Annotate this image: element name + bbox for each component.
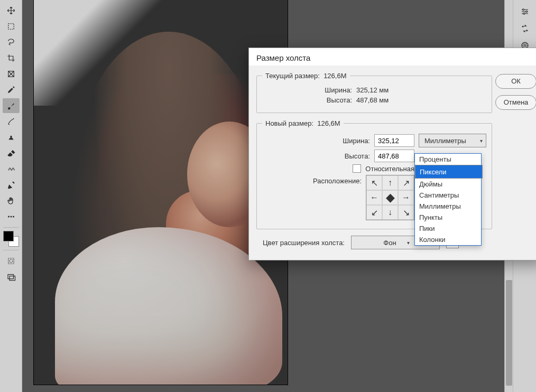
hand-tool[interactable] (3, 193, 20, 208)
unit-option-percent[interactable]: Проценты (415, 154, 481, 165)
anchor-grid[interactable]: ↖ ↑ ↗ ← ◆ → ↙ ↓ ↘ (366, 175, 414, 220)
svg-point-2 (8, 216, 10, 218)
foreground-color-swatch[interactable] (3, 231, 14, 241)
width-unit-select[interactable]: Миллиметры ▾ (419, 134, 486, 147)
svg-point-10 (525, 11, 527, 13)
move-tool[interactable] (3, 3, 20, 18)
extension-color-value: Фон (383, 239, 396, 247)
tools-panel (0, 0, 22, 392)
more-tools[interactable] (3, 209, 20, 224)
unit-option-picas[interactable]: Пики (415, 223, 481, 234)
svg-point-13 (524, 45, 525, 46)
clone-stamp-tool[interactable] (3, 130, 20, 145)
anchor-center[interactable]: ◆ (382, 190, 398, 205)
scrollbar-thumb[interactable] (506, 280, 512, 386)
unit-option-inches[interactable]: Дюймы (415, 179, 481, 190)
svg-point-9 (522, 9, 524, 11)
current-size-legend: Текущий размер: 126,6M (262, 72, 350, 80)
frame-tool[interactable] (3, 67, 20, 81)
anchor-se[interactable]: ↘ (398, 205, 414, 220)
anchor-ne[interactable]: ↗ (398, 175, 414, 190)
canvas-size-dialog: Размер холста Текущий размер: 126,6M Шир… (248, 48, 536, 260)
chevron-down-icon: ▾ (480, 138, 483, 144)
current-width-value: 325,12 мм (356, 86, 414, 94)
artboard-tool[interactable] (3, 19, 20, 34)
tool-separator (3, 227, 19, 228)
current-size-group: Текущий размер: 126,6M Ширина: 325,12 мм… (256, 72, 492, 113)
lasso-tool[interactable] (3, 35, 20, 50)
color-swatches[interactable] (3, 231, 19, 247)
eyedropper-tool[interactable] (3, 82, 20, 97)
svg-point-6 (10, 259, 13, 263)
anchor-nw[interactable]: ↖ (366, 175, 382, 190)
relative-label: Относительная (365, 165, 414, 173)
sliders-icon[interactable] (516, 4, 533, 19)
current-width-label: Ширина: (325, 86, 352, 94)
new-height-label: Высота: (345, 152, 370, 160)
unit-dropdown[interactable]: Проценты Пиксели Дюймы Сантиметры Миллим… (414, 153, 482, 246)
dimension-swap-icon[interactable] (516, 21, 533, 36)
brush-tool[interactable] (3, 98, 20, 113)
svg-rect-0 (8, 24, 14, 30)
pen-tool[interactable] (3, 178, 20, 192)
svg-point-3 (10, 216, 12, 218)
new-width-input[interactable] (374, 134, 414, 147)
svg-rect-7 (8, 275, 14, 279)
anchor-w[interactable]: ← (366, 190, 382, 205)
svg-point-11 (523, 13, 525, 14)
dialog-title: Размер холста (249, 48, 536, 66)
unit-option-pixels[interactable]: Пиксели (415, 165, 483, 179)
svg-rect-5 (8, 258, 14, 264)
current-height-label: Высота: (327, 96, 352, 104)
extension-color-label: Цвет расширения холста: (263, 239, 345, 247)
tool-separator (3, 250, 19, 250)
svg-rect-8 (10, 276, 15, 281)
anchor-sw[interactable]: ↙ (366, 205, 382, 220)
new-height-input[interactable] (374, 150, 414, 162)
anchor-e[interactable]: → (398, 190, 414, 205)
unit-option-millimeters[interactable]: Миллиметры (415, 201, 481, 212)
unit-option-columns[interactable]: Колонки (415, 234, 481, 245)
photo-top-light (34, 0, 171, 106)
cancel-button[interactable]: Отмена (495, 95, 536, 110)
unit-option-centimeters[interactable]: Сантиметры (415, 190, 481, 201)
anchor-s[interactable]: ↓ (382, 205, 398, 220)
anchor-n[interactable]: ↑ (382, 175, 398, 190)
current-height-value: 487,68 мм (356, 96, 414, 104)
width-unit-value: Миллиметры (424, 137, 466, 145)
relative-checkbox[interactable] (353, 164, 361, 173)
anchor-label: Расположение: (313, 177, 362, 185)
screenmode-tool[interactable] (3, 269, 20, 284)
svg-point-4 (13, 216, 14, 218)
crop-tool[interactable] (3, 51, 20, 66)
eraser-tool[interactable] (3, 146, 20, 161)
unit-option-points[interactable]: Пункты (415, 212, 481, 223)
new-width-label: Ширина: (343, 137, 370, 145)
chevron-down-icon: ▾ (407, 240, 410, 246)
quickmask-tool[interactable] (3, 254, 20, 268)
mixer-brush-tool[interactable] (3, 114, 20, 129)
ok-button[interactable]: ОК (495, 74, 536, 89)
gradient-tool[interactable] (3, 162, 20, 176)
new-size-legend: Новый размер: 126,6M (262, 119, 344, 127)
